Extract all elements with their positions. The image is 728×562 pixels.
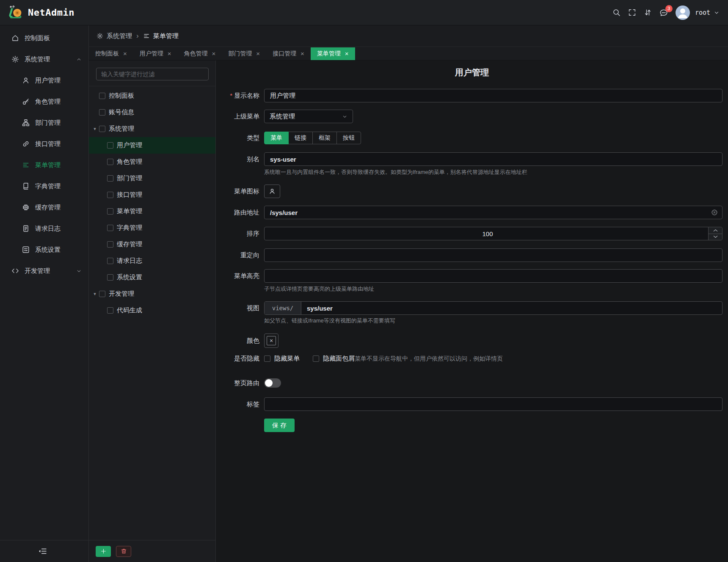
- checkbox[interactable]: [99, 93, 105, 99]
- sidebar-item-roles[interactable]: 角色管理: [0, 91, 88, 112]
- add-menu-button[interactable]: [96, 546, 111, 557]
- redirect-input[interactable]: [264, 248, 722, 262]
- checkbox[interactable]: [99, 291, 105, 297]
- tree-node[interactable]: 角色管理: [89, 154, 215, 170]
- alias-input[interactable]: [264, 152, 722, 166]
- close-icon[interactable]: ×: [123, 50, 127, 57]
- tree-node[interactable]: ▾系统管理: [89, 121, 215, 137]
- checkbox[interactable]: [107, 241, 113, 248]
- tree-node[interactable]: 代码生成: [89, 302, 215, 319]
- sidebar-item-cache[interactable]: 缓存管理: [0, 197, 88, 218]
- tree-node[interactable]: 字典管理: [89, 220, 215, 236]
- type-option-menu[interactable]: 菜单: [264, 132, 289, 144]
- sidebar-item-system[interactable]: 系统管理: [0, 49, 88, 70]
- tags-input[interactable]: [264, 397, 722, 411]
- sidebar-item-dashboard[interactable]: 控制面板: [0, 28, 88, 49]
- hide-menu-label[interactable]: 隐藏菜单: [274, 355, 300, 363]
- breadcrumb-item-system[interactable]: 系统管理: [97, 32, 132, 40]
- checkbox[interactable]: [107, 159, 113, 165]
- hide-menu-checkbox[interactable]: [264, 355, 270, 362]
- decrease-button[interactable]: [709, 234, 722, 240]
- checkbox[interactable]: [107, 175, 113, 182]
- caret-down-icon[interactable]: ▾: [91, 291, 98, 297]
- sidebar-item-apis[interactable]: 接口管理: [0, 133, 88, 154]
- tree-node[interactable]: 系统设置: [89, 269, 215, 286]
- tree-node[interactable]: 账号信息: [89, 104, 215, 121]
- type-option-button[interactable]: 按钮: [336, 132, 361, 144]
- type-button-group: 菜单 链接 框架 按钮: [264, 132, 361, 144]
- parent-menu-select[interactable]: 系统管理: [264, 110, 353, 123]
- menu-icon-picker-button[interactable]: [264, 185, 280, 198]
- save-button[interactable]: 保 存: [264, 419, 295, 432]
- tree-node-label: 代码生成: [117, 306, 142, 314]
- sidebar-item-departments[interactable]: 部门管理: [0, 112, 88, 133]
- home-icon: [11, 34, 19, 42]
- checkbox[interactable]: [107, 142, 113, 149]
- close-icon[interactable]: ×: [345, 50, 349, 57]
- tree-node[interactable]: 控制面板: [89, 88, 215, 104]
- tree-node[interactable]: 请求日志: [89, 253, 215, 269]
- close-icon[interactable]: ×: [168, 50, 171, 57]
- tree-node[interactable]: 菜单管理: [89, 203, 215, 220]
- search-icon[interactable]: [612, 8, 620, 17]
- menu-tree-panel: 控制面板 账号信息 ▾系统管理 用户管理 角色管理 部门管理 接口管理 菜单管理…: [89, 61, 216, 562]
- hide-breadcrumb-checkbox[interactable]: [313, 355, 319, 362]
- checkbox[interactable]: [107, 307, 113, 314]
- route-path-input[interactable]: [264, 206, 722, 219]
- checkbox[interactable]: [107, 208, 113, 215]
- type-option-link[interactable]: 链接: [288, 132, 313, 144]
- username[interactable]: root: [695, 9, 710, 17]
- sidebar-item-menus[interactable]: 菜单管理: [0, 154, 88, 176]
- tab-users[interactable]: 用户管理×: [133, 47, 178, 60]
- checkbox[interactable]: [107, 225, 113, 231]
- tree-node-selected[interactable]: 用户管理: [89, 137, 215, 154]
- tab-apis[interactable]: 接口管理×: [266, 47, 311, 60]
- tree-node[interactable]: 接口管理: [89, 187, 215, 203]
- tree-filter-input[interactable]: [96, 68, 209, 80]
- avatar[interactable]: [676, 6, 690, 20]
- checkbox[interactable]: [107, 274, 113, 281]
- tree-node[interactable]: ▾开发管理: [89, 286, 215, 302]
- messages-icon[interactable]: 3: [659, 8, 668, 17]
- checkbox[interactable]: [107, 258, 113, 264]
- tree-node-label: 接口管理: [117, 191, 142, 199]
- tab-departments[interactable]: 部门管理×: [222, 47, 266, 60]
- tree-node[interactable]: 缓存管理: [89, 236, 215, 253]
- hide-breadcrumb-label[interactable]: 隐藏面包屑: [323, 355, 355, 363]
- sidebar-item-label: 系统设置: [35, 246, 61, 254]
- tab-dashboard[interactable]: 控制面板×: [89, 47, 133, 60]
- display-name-input[interactable]: [264, 89, 722, 102]
- tree-footer: [89, 540, 216, 562]
- sort-input[interactable]: [264, 227, 722, 240]
- highlight-input[interactable]: [264, 269, 722, 283]
- sidebar-item-request-logs[interactable]: 请求日志: [0, 218, 88, 239]
- tab-menus[interactable]: 菜单管理×: [311, 47, 355, 60]
- collapse-sidebar-icon[interactable]: [38, 548, 47, 555]
- tab-roles[interactable]: 角色管理×: [178, 47, 222, 60]
- color-picker-button[interactable]: ×: [264, 333, 279, 348]
- checkbox[interactable]: [99, 126, 105, 132]
- view-input[interactable]: [301, 302, 722, 314]
- checkbox[interactable]: [99, 109, 105, 116]
- tree-node[interactable]: 部门管理: [89, 170, 215, 187]
- sidebar-item-users[interactable]: 用户管理: [0, 70, 88, 91]
- sort-arrows-icon[interactable]: [644, 8, 652, 17]
- sidebar-item-system-settings[interactable]: 系统设置: [0, 239, 88, 260]
- chevron-down-icon[interactable]: [714, 10, 720, 16]
- type-option-iframe[interactable]: 框架: [312, 132, 337, 144]
- close-icon[interactable]: ×: [212, 50, 216, 57]
- caret-down-icon[interactable]: ▾: [91, 126, 98, 132]
- clear-icon[interactable]: [711, 209, 718, 216]
- increase-button[interactable]: [709, 227, 722, 234]
- sidebar-item-development[interactable]: 开发管理: [0, 260, 88, 281]
- plus-icon: [100, 548, 107, 554]
- tab-label: 菜单管理: [317, 50, 341, 58]
- full-route-toggle[interactable]: [264, 378, 281, 388]
- fullscreen-icon[interactable]: [628, 8, 636, 17]
- view-hint: 如父节点、链接或Iframe等没有视图的菜单不需要填写: [264, 317, 395, 325]
- checkbox[interactable]: [107, 192, 113, 198]
- close-icon[interactable]: ×: [256, 50, 260, 57]
- delete-menu-button[interactable]: [116, 546, 131, 557]
- close-icon[interactable]: ×: [301, 50, 304, 57]
- sidebar-item-dictionaries[interactable]: 字典管理: [0, 176, 88, 197]
